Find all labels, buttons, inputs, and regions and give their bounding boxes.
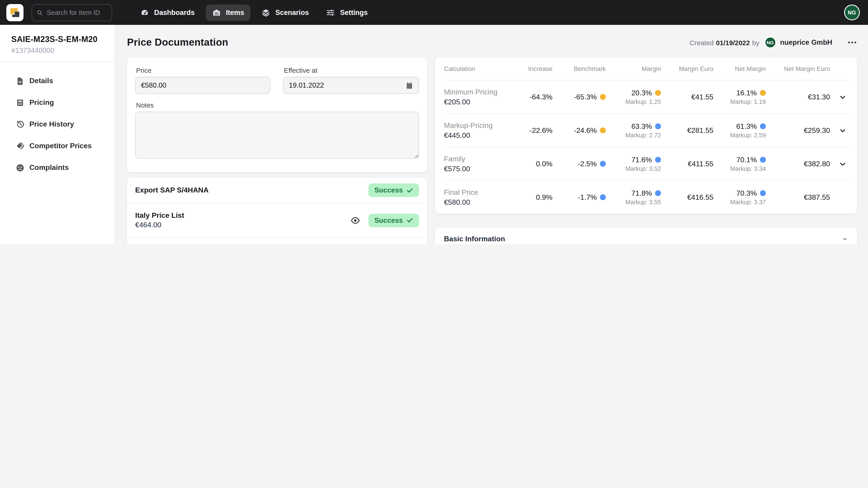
sidebar-item-label: Price History [29,120,74,128]
export-sap-row: Export SAP S/4HANA Success [127,177,427,203]
calculator-icon [16,98,25,107]
table-row: Family€575.00 0.0% -2.5% 71.6%Markup: 3.… [444,147,848,180]
table-row: Minimum Pricing€205.00 -64.3% -65.3% 20.… [444,80,848,113]
calculation-table-card: Calculation Increase Benchmark Margin Ma… [435,57,857,214]
chevron-down-icon[interactable] [837,92,848,102]
created-info: Created 01/19/2022 by NG nueprice GmbH [690,37,857,48]
notes-label: Notes [136,101,419,109]
price-form-card: Price €580.00 Effective at 19.01.2022 [127,57,427,172]
net-margin-status-dot [760,190,766,196]
nueprice-logo-icon[interactable] [6,4,24,21]
sidebar-item-label: Complaints [29,164,69,172]
logo-mark-icon [8,6,22,19]
benchmark-status-dot [600,161,606,167]
more-menu-icon[interactable] [847,39,857,46]
search-input[interactable] [46,8,107,17]
sidebar-item-pricing[interactable]: Pricing [0,92,115,113]
app-window: Dashboards Items [0,0,868,244]
created-date: 01/19/2022 [716,39,750,46]
price-list-title: Italy Price List [135,212,184,220]
status-badge: Success [368,184,419,197]
sidebar-menu: Details Pricing [0,70,115,178]
column-header: Increase [513,65,553,72]
main-content: Price Documentation Created 01/19/2022 b… [115,25,868,244]
author-avatar: NG [764,37,776,48]
nav-item-dashboards[interactable]: Dashboards [134,4,201,21]
sidebar-item-complaints[interactable]: Complaints [0,157,115,178]
nav-label: Settings [340,8,368,17]
nav-label: Items [226,8,244,17]
check-icon [406,217,413,224]
user-avatar[interactable]: NG [844,4,860,20]
accordion-basic-information[interactable]: Basic Information [435,227,857,244]
column-header: Calculation [444,65,513,72]
accordion-card: Basic Information Comparison Markup-Pric… [435,227,857,244]
check-icon [406,187,413,194]
right-column: Calculation Increase Benchmark Margin Ma… [435,57,857,244]
warehouse-icon [212,8,221,17]
benchmark-status-dot [600,194,606,200]
item-search[interactable] [32,4,112,21]
page-header: Price Documentation Created 01/19/2022 b… [127,37,857,48]
search-icon [37,9,43,16]
chevron-down-icon[interactable] [837,158,848,169]
chevron-down-icon[interactable] [837,125,848,136]
price-list-value: €464.00 [135,221,184,229]
column-header: Margin Euro [661,65,713,72]
sidebar-item-label: Competitor Prices [29,142,92,150]
by-label: by [752,39,759,46]
tags-icon [16,141,25,151]
benchmark-status-dot [600,127,606,133]
effective-at-field[interactable]: 19.01.2022 [283,77,419,94]
history-icon [16,120,25,129]
table-row: Markup-Pricing€445.00 -22.6% -24.6% 63.3… [444,113,848,147]
column-header: Margin [606,65,661,72]
page-title: Price Documentation [127,37,228,48]
sidebar-item-header: SAIE-M23S-S-EM-M20 #1373440000 [0,25,115,62]
nav-item-scenarios[interactable]: Scenarios [255,4,315,21]
effective-at-label: Effective at [284,66,419,74]
layers-icon [261,8,270,17]
gauge-icon [140,8,149,17]
calendar-icon[interactable] [405,82,413,89]
item-number: #1373440000 [11,46,106,55]
sliders-icon [326,8,335,17]
margin-status-dot [655,190,661,196]
nav-item-settings[interactable]: Settings [320,4,374,21]
sidebar-item-details[interactable]: Details [0,70,115,92]
status-badge: Success [368,214,419,227]
table-row: Final Price€580.00 0.9% -1.7% 71.8%Marku… [444,180,848,214]
sidebar-item-competitor-prices[interactable]: Competitor Prices [0,135,115,157]
price-value: €580.00 [141,81,166,90]
margin-status-dot [655,90,661,96]
notes-textarea[interactable] [135,111,419,159]
net-margin-status-dot [760,90,766,96]
price-field[interactable]: €580.00 [135,77,270,94]
italy-price-list-row: Italy Price List €464.00 [127,203,427,237]
export-card: Export SAP S/4HANA Success [127,177,427,244]
column-header: Net Margin [713,65,766,72]
sidebar-item-label: Pricing [29,98,54,107]
item-sidebar: SAIE-M23S-S-EM-M20 #1373440000 Details [0,25,115,244]
sidebar-item-price-history[interactable]: Price History [0,113,115,135]
document-icon [16,76,25,85]
main-navigation: Dashboards Items [134,4,374,21]
created-label: Created [690,39,714,46]
margin-status-dot [655,123,661,129]
export-sap-title: Export SAP S/4HANA [135,186,209,194]
author-name: nueprice GmbH [780,38,832,46]
effective-at-value: 19.01.2022 [289,81,324,90]
eye-icon[interactable] [349,215,361,226]
nav-label: Scenarios [275,8,309,17]
item-title: SAIE-M23S-S-EM-M20 [11,35,106,44]
column-header: Net Margin Euro [766,65,830,72]
benchmark-status-dot [600,94,606,100]
nav-item-items[interactable]: Items [206,4,250,21]
net-margin-status-dot [760,123,766,129]
top-navbar: Dashboards Items [0,0,868,25]
nav-label: Dashboards [154,8,195,17]
table-header-row: Calculation Increase Benchmark Margin Ma… [444,57,848,80]
margin-status-dot [655,157,661,163]
price-label: Price [136,66,270,74]
sidebar-item-label: Details [29,77,53,85]
